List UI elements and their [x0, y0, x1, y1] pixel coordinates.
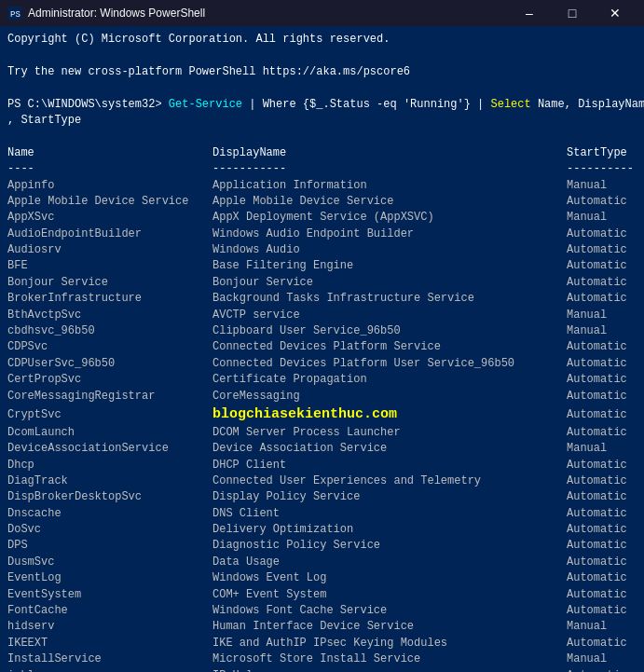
- list-item: AppXSvcAppX Deployment Service (AppXSVC)…: [7, 210, 637, 226]
- list-item: AppinfoApplication InformationManual: [7, 178, 637, 194]
- list-item: hidservHuman Interface Device ServiceMan…: [7, 619, 637, 635]
- list-item: DispBrokerDesktopSvcDisplay Policy Servi…: [7, 489, 637, 505]
- list-item: DhcpDHCP ClientAutomatic: [7, 458, 637, 473]
- service-list: AppinfoApplication InformationManualAppl…: [7, 178, 637, 672]
- list-item: CDPUserSvc_96b50Connected Devices Platfo…: [7, 356, 637, 372]
- list-item: iphlpsvcIP HelperAutomatic: [7, 668, 637, 672]
- list-item: DnscacheDNS ClientAutomatic: [7, 506, 637, 522]
- close-button[interactable]: ✕: [594, 0, 637, 26]
- blank-line-3: [7, 129, 637, 144]
- list-item: IKEEXTIKE and AuthIP IPsec Keying Module…: [7, 636, 637, 651]
- svg-text:PS: PS: [10, 10, 21, 20]
- column-headers: NameDisplayNameStartType: [7, 145, 637, 161]
- pscore-line: Try the new cross-platform PowerShell ht…: [7, 64, 637, 80]
- cmd-fields: Name, DisplayName: [531, 98, 644, 111]
- command-line: PS C:\WINDOWS\system32> Get-Service | Wh…: [7, 97, 637, 113]
- list-item: CDPSvcConnected Devices Platform Service…: [7, 339, 637, 355]
- list-item: DoSvcDelivery OptimizationAutomatic: [7, 522, 637, 538]
- title-bar: PS Administrator: Windows PowerShell – □…: [0, 0, 644, 26]
- cmd-select: Select: [491, 98, 531, 111]
- list-item: BFEBase Filtering EngineAutomatic: [7, 258, 637, 274]
- maximize-button[interactable]: □: [551, 0, 594, 26]
- list-item: InstallServiceMicrosoft Store Install Se…: [7, 651, 637, 667]
- cmd-get-service: Get-Service: [169, 98, 242, 111]
- list-item: EventSystemCOM+ Event SystemAutomatic: [7, 587, 637, 603]
- list-item: BrokerInfrastructureBackground Tasks Inf…: [7, 291, 637, 307]
- list-item: Bonjour ServiceBonjour ServiceAutomatic: [7, 275, 637, 291]
- terminal-window[interactable]: Copyright (C) Microsoft Corporation. All…: [0, 26, 644, 672]
- list-item: DiagTrackConnected User Experiences and …: [7, 473, 637, 489]
- list-item: CryptSvcblogchiasekienthuc.comAutomatic: [7, 405, 637, 425]
- powershell-icon: PS: [7, 6, 22, 21]
- list-item: DusmSvcData UsageAutomatic: [7, 555, 637, 570]
- list-item: CertPropSvcCertificate PropagationAutoma…: [7, 372, 637, 388]
- list-item: Apple Mobile Device ServiceApple Mobile …: [7, 194, 637, 210]
- list-item: FontCacheWindows Font Cache ServiceAutom…: [7, 603, 637, 619]
- list-item: DcomLaunchDCOM Server Process LauncherAu…: [7, 425, 637, 441]
- list-item: AudiosrvWindows AudioAutomatic: [7, 242, 637, 258]
- prompt: PS C:\WINDOWS\system32>: [7, 98, 169, 111]
- command-cont: , StartType: [7, 113, 637, 129]
- list-item: AudioEndpointBuilderWindows Audio Endpoi…: [7, 226, 637, 242]
- blank-line-2: [7, 80, 637, 96]
- column-separators: -------------------------: [7, 161, 637, 177]
- window-controls: – □ ✕: [508, 0, 637, 26]
- list-item: BthAvctpSvcAVCTP serviceManual: [7, 308, 637, 323]
- window-title: Administrator: Windows PowerShell: [28, 7, 508, 20]
- list-item: cbdhsvc_96b50Clipboard User Service_96b5…: [7, 323, 637, 339]
- list-item: CoreMessagingRegistrarCoreMessagingAutom…: [7, 389, 637, 405]
- list-item: EventLogWindows Event LogAutomatic: [7, 570, 637, 586]
- list-item: DPSDiagnostic Policy ServiceAutomatic: [7, 538, 637, 554]
- copyright-line: Copyright (C) Microsoft Corporation. All…: [7, 32, 637, 48]
- blank-line-1: [7, 48, 637, 63]
- minimize-button[interactable]: –: [508, 0, 551, 26]
- cmd-where: | Where {$_.Status -eq 'Running'} |: [242, 98, 490, 111]
- list-item: DeviceAssociationServiceDevice Associati…: [7, 441, 637, 457]
